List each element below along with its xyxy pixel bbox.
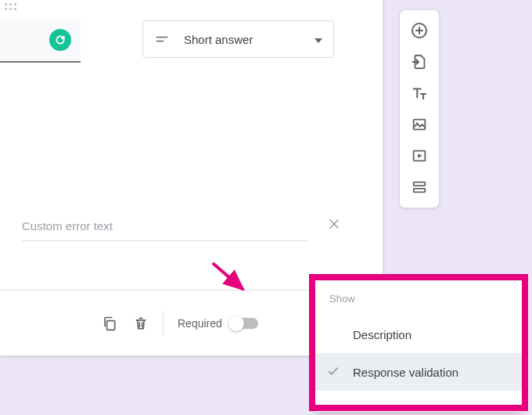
duplicate-button[interactable] bbox=[94, 308, 125, 339]
title-icon bbox=[411, 85, 428, 102]
footer-separator bbox=[163, 311, 164, 336]
svg-rect-2 bbox=[414, 120, 426, 130]
floating-toolbar bbox=[399, 9, 440, 208]
add-video-button[interactable] bbox=[405, 142, 433, 170]
image-icon bbox=[411, 116, 428, 133]
toggle-knob bbox=[228, 316, 244, 331]
menu-item-label: Description bbox=[353, 328, 412, 341]
question-type-label: Short answer bbox=[184, 33, 315, 46]
add-title-button[interactable] bbox=[405, 79, 433, 107]
drag-handle-icon[interactable] bbox=[5, 3, 16, 10]
menu-item-response-validation[interactable]: Response validation bbox=[315, 353, 522, 391]
plus-circle-icon bbox=[410, 21, 429, 40]
caret-down-icon bbox=[315, 32, 322, 46]
trash-icon bbox=[133, 316, 149, 331]
section-icon bbox=[411, 179, 428, 196]
add-question-button[interactable] bbox=[405, 16, 433, 45]
import-questions-button[interactable] bbox=[405, 48, 433, 76]
import-icon bbox=[411, 53, 428, 70]
clear-error-button[interactable] bbox=[326, 216, 342, 235]
check-icon bbox=[326, 364, 340, 381]
menu-item-label: Response validation bbox=[353, 366, 458, 379]
video-icon bbox=[411, 147, 428, 164]
svg-rect-6 bbox=[414, 189, 426, 193]
menu-section-label: Show bbox=[315, 280, 522, 316]
question-type-select[interactable]: Short answer bbox=[142, 20, 334, 58]
required-label: Required bbox=[178, 317, 222, 330]
menu-item-description[interactable]: Description bbox=[315, 316, 522, 353]
custom-error-field-wrap bbox=[22, 211, 307, 241]
custom-error-input[interactable] bbox=[22, 219, 307, 233]
svg-point-3 bbox=[416, 122, 418, 124]
delete-button[interactable] bbox=[125, 308, 156, 339]
svg-rect-0 bbox=[107, 320, 115, 330]
required-toggle[interactable] bbox=[230, 318, 258, 329]
svg-rect-5 bbox=[414, 182, 426, 186]
add-image-button[interactable] bbox=[405, 110, 433, 139]
more-options-menu: Show Description Response validation bbox=[315, 280, 522, 412]
add-section-button[interactable] bbox=[405, 173, 433, 201]
duplicate-icon bbox=[102, 316, 117, 331]
grammarly-icon[interactable] bbox=[49, 29, 71, 51]
short-answer-icon bbox=[154, 31, 170, 47]
close-icon bbox=[326, 216, 342, 232]
question-input[interactable] bbox=[0, 19, 81, 63]
